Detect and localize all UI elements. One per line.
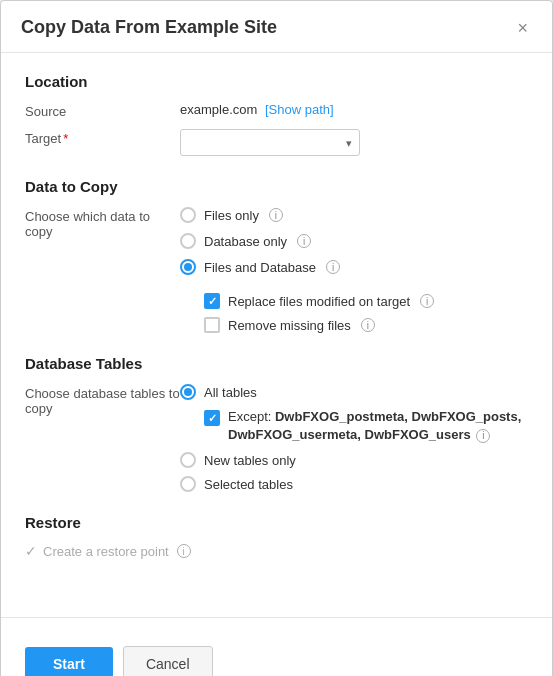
close-button[interactable]: × bbox=[513, 19, 532, 37]
target-required: * bbox=[63, 131, 68, 146]
location-section-title: Location bbox=[25, 73, 528, 90]
info-icon-files-only: i bbox=[269, 208, 283, 222]
show-path-link[interactable]: [Show path] bbox=[265, 102, 334, 117]
source-label: Source bbox=[25, 102, 180, 119]
radio-circle-new-tables-only bbox=[180, 452, 196, 468]
info-icon-replace-files: i bbox=[420, 294, 434, 308]
radio-database-only[interactable]: Database only i bbox=[180, 233, 434, 249]
copy-data-dialog: Copy Data From Example Site × Location S… bbox=[0, 0, 553, 676]
checkbox-box-except[interactable]: ✓ bbox=[204, 410, 220, 426]
info-icon-files-and-database: i bbox=[326, 260, 340, 274]
database-tables-row: Choose database tables to copy All table… bbox=[25, 384, 528, 492]
checkbox-label-remove-missing: Remove missing files bbox=[228, 318, 351, 333]
source-value: example.com [Show path] bbox=[180, 102, 334, 117]
restore-checkmark-icon: ✓ bbox=[25, 543, 37, 559]
except-label: Except: bbox=[228, 409, 271, 424]
radio-label-files-and-database: Files and Database bbox=[204, 260, 316, 275]
checkbox-label-replace-files: Replace files modified on target bbox=[228, 294, 410, 309]
files-database-sub-options: ✓ Replace files modified on target i Rem… bbox=[204, 293, 434, 333]
info-icon-except: i bbox=[476, 429, 490, 443]
radio-files-and-database[interactable]: Files and Database i bbox=[180, 259, 434, 275]
data-to-copy-title: Data to Copy bbox=[25, 178, 528, 195]
radio-all-tables[interactable]: All tables bbox=[180, 384, 528, 400]
except-row: ✓ Except: DwbFXOG_postmeta, DwbFXOG_post… bbox=[204, 408, 528, 444]
radio-circle-all-tables bbox=[180, 384, 196, 400]
database-tables-title: Database Tables bbox=[25, 355, 528, 372]
dialog-body: Location Source example.com [Show path] … bbox=[1, 53, 552, 601]
footer-divider bbox=[1, 617, 552, 618]
restore-label: Create a restore point bbox=[43, 544, 169, 559]
radio-label-files-only: Files only bbox=[204, 208, 259, 223]
radio-new-tables-only[interactable]: New tables only bbox=[180, 452, 528, 468]
checkbox-remove-missing[interactable]: Remove missing files i bbox=[204, 317, 434, 333]
database-tables-section: Database Tables Choose database tables t… bbox=[25, 355, 528, 492]
radio-label-all-tables: All tables bbox=[204, 385, 257, 400]
data-options-group: Files only i Database only i Files bbox=[180, 207, 434, 333]
checkbox-box-replace-files: ✓ bbox=[204, 293, 220, 309]
radio-files-only[interactable]: Files only i bbox=[180, 207, 434, 223]
data-radio-group: Files only i Database only i Files bbox=[180, 207, 434, 333]
checkbox-replace-files[interactable]: ✓ Replace files modified on target i bbox=[204, 293, 434, 309]
radio-label-database-only: Database only bbox=[204, 234, 287, 249]
restore-section: Restore ✓ Create a restore point i bbox=[25, 514, 528, 559]
dialog-title: Copy Data From Example Site bbox=[21, 17, 277, 38]
target-dropdown[interactable] bbox=[180, 129, 360, 156]
choose-data-label: Choose which data to copy bbox=[25, 207, 180, 239]
target-dropdown-wrapper: ▾ bbox=[180, 129, 360, 156]
checkbox-box-remove-missing bbox=[204, 317, 220, 333]
start-button[interactable]: Start bbox=[25, 647, 113, 676]
radio-circle-selected-tables bbox=[180, 476, 196, 492]
radio-label-new-tables-only: New tables only bbox=[204, 453, 296, 468]
radio-label-selected-tables: Selected tables bbox=[204, 477, 293, 492]
location-section: Location Source example.com [Show path] … bbox=[25, 73, 528, 156]
restore-check-row: ✓ Create a restore point i bbox=[25, 543, 528, 559]
restore-section-title: Restore bbox=[25, 514, 528, 531]
radio-circle-files-only bbox=[180, 207, 196, 223]
target-row: Target* ▾ bbox=[25, 129, 528, 156]
dialog-header: Copy Data From Example Site × bbox=[1, 1, 552, 53]
radio-circle-files-and-database bbox=[180, 259, 196, 275]
data-to-copy-section: Data to Copy Choose which data to copy F… bbox=[25, 178, 528, 333]
except-text: Except: DwbFXOG_postmeta, DwbFXOG_posts,… bbox=[228, 408, 528, 444]
info-icon-database-only: i bbox=[297, 234, 311, 248]
dialog-footer: Start Cancel bbox=[1, 634, 552, 676]
tables-options-group: All tables ✓ Except: DwbFXOG_postmeta, D… bbox=[180, 384, 528, 492]
info-icon-restore: i bbox=[177, 544, 191, 558]
radio-circle-database-only bbox=[180, 233, 196, 249]
choose-tables-label: Choose database tables to copy bbox=[25, 384, 180, 416]
target-label: Target* bbox=[25, 129, 180, 146]
cancel-button[interactable]: Cancel bbox=[123, 646, 213, 676]
source-row: Source example.com [Show path] bbox=[25, 102, 528, 119]
radio-selected-tables[interactable]: Selected tables bbox=[180, 476, 528, 492]
data-to-copy-row: Choose which data to copy Files only i D… bbox=[25, 207, 528, 333]
info-icon-remove-missing: i bbox=[361, 318, 375, 332]
